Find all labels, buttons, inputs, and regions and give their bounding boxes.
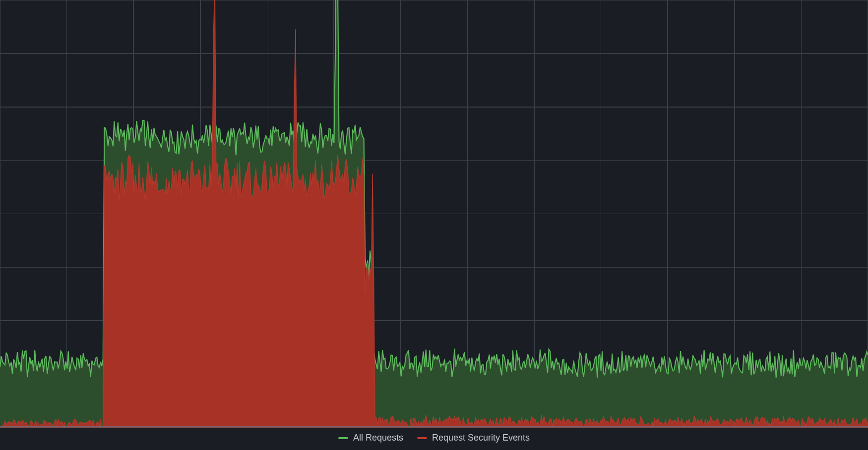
legend-item-all-requests[interactable]: All Requests [338, 433, 403, 443]
legend-label-security-events: Request Security Events [432, 433, 530, 443]
legend-swatch-red [417, 437, 427, 439]
legend: All Requests Request Security Events [0, 428, 868, 450]
plot-area[interactable] [0, 0, 868, 428]
legend-label-all-requests: All Requests [353, 433, 403, 443]
legend-item-security-events[interactable]: Request Security Events [417, 433, 530, 443]
legend-swatch-green [338, 437, 348, 439]
chart-container: All Requests Request Security Events [0, 0, 868, 450]
chart-svg [0, 0, 868, 428]
